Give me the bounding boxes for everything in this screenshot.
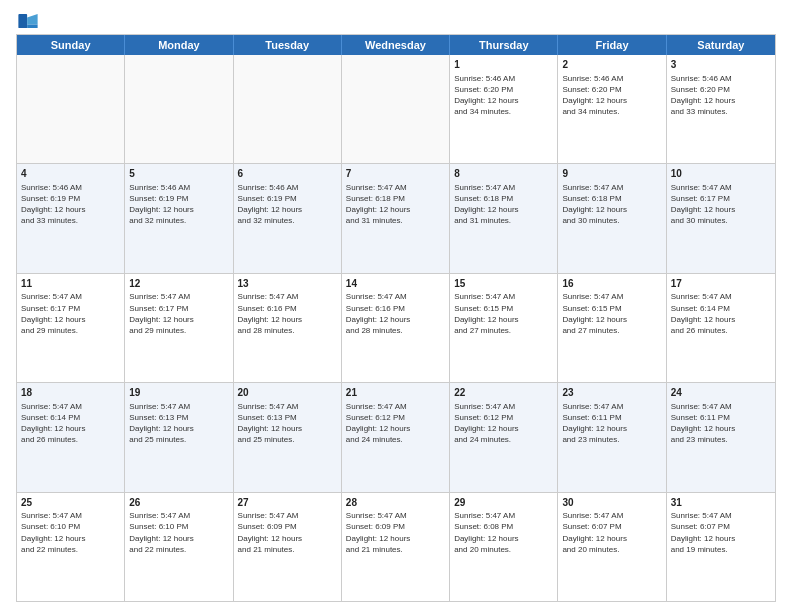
day-number-26: 26 bbox=[129, 496, 228, 510]
day-info-6: Sunrise: 5:46 AM Sunset: 6:19 PM Dayligh… bbox=[238, 182, 337, 227]
day-cell-8: 8Sunrise: 5:47 AM Sunset: 6:18 PM Daylig… bbox=[450, 164, 558, 272]
day-info-18: Sunrise: 5:47 AM Sunset: 6:14 PM Dayligh… bbox=[21, 401, 120, 446]
header-thursday: Thursday bbox=[450, 35, 558, 55]
svg-marker-2 bbox=[27, 25, 38, 29]
week-row-4: 18Sunrise: 5:47 AM Sunset: 6:14 PM Dayli… bbox=[17, 383, 775, 492]
empty-cell-w0-d0 bbox=[17, 55, 125, 163]
day-info-11: Sunrise: 5:47 AM Sunset: 6:17 PM Dayligh… bbox=[21, 291, 120, 336]
day-cell-4: 4Sunrise: 5:46 AM Sunset: 6:19 PM Daylig… bbox=[17, 164, 125, 272]
day-number-2: 2 bbox=[562, 58, 661, 72]
day-cell-30: 30Sunrise: 5:47 AM Sunset: 6:07 PM Dayli… bbox=[558, 493, 666, 601]
day-info-29: Sunrise: 5:47 AM Sunset: 6:08 PM Dayligh… bbox=[454, 510, 553, 555]
week-row-5: 25Sunrise: 5:47 AM Sunset: 6:10 PM Dayli… bbox=[17, 493, 775, 601]
day-number-12: 12 bbox=[129, 277, 228, 291]
day-info-9: Sunrise: 5:47 AM Sunset: 6:18 PM Dayligh… bbox=[562, 182, 661, 227]
day-number-21: 21 bbox=[346, 386, 445, 400]
day-info-2: Sunrise: 5:46 AM Sunset: 6:20 PM Dayligh… bbox=[562, 73, 661, 118]
empty-cell-w0-d3 bbox=[342, 55, 450, 163]
day-cell-9: 9Sunrise: 5:47 AM Sunset: 6:18 PM Daylig… bbox=[558, 164, 666, 272]
day-cell-26: 26Sunrise: 5:47 AM Sunset: 6:10 PM Dayli… bbox=[125, 493, 233, 601]
day-info-24: Sunrise: 5:47 AM Sunset: 6:11 PM Dayligh… bbox=[671, 401, 771, 446]
day-info-22: Sunrise: 5:47 AM Sunset: 6:12 PM Dayligh… bbox=[454, 401, 553, 446]
day-number-25: 25 bbox=[21, 496, 120, 510]
day-cell-15: 15Sunrise: 5:47 AM Sunset: 6:15 PM Dayli… bbox=[450, 274, 558, 382]
day-info-1: Sunrise: 5:46 AM Sunset: 6:20 PM Dayligh… bbox=[454, 73, 553, 118]
day-number-4: 4 bbox=[21, 167, 120, 181]
day-number-28: 28 bbox=[346, 496, 445, 510]
day-cell-6: 6Sunrise: 5:46 AM Sunset: 6:19 PM Daylig… bbox=[234, 164, 342, 272]
day-cell-11: 11Sunrise: 5:47 AM Sunset: 6:17 PM Dayli… bbox=[17, 274, 125, 382]
day-cell-5: 5Sunrise: 5:46 AM Sunset: 6:19 PM Daylig… bbox=[125, 164, 233, 272]
day-info-26: Sunrise: 5:47 AM Sunset: 6:10 PM Dayligh… bbox=[129, 510, 228, 555]
day-cell-17: 17Sunrise: 5:47 AM Sunset: 6:14 PM Dayli… bbox=[667, 274, 775, 382]
day-number-10: 10 bbox=[671, 167, 771, 181]
empty-cell-w0-d2 bbox=[234, 55, 342, 163]
day-cell-29: 29Sunrise: 5:47 AM Sunset: 6:08 PM Dayli… bbox=[450, 493, 558, 601]
logo bbox=[16, 14, 42, 28]
day-number-6: 6 bbox=[238, 167, 337, 181]
empty-cell-w0-d1 bbox=[125, 55, 233, 163]
logo-icon bbox=[18, 14, 38, 28]
day-info-4: Sunrise: 5:46 AM Sunset: 6:19 PM Dayligh… bbox=[21, 182, 120, 227]
day-info-23: Sunrise: 5:47 AM Sunset: 6:11 PM Dayligh… bbox=[562, 401, 661, 446]
day-info-17: Sunrise: 5:47 AM Sunset: 6:14 PM Dayligh… bbox=[671, 291, 771, 336]
day-info-3: Sunrise: 5:46 AM Sunset: 6:20 PM Dayligh… bbox=[671, 73, 771, 118]
day-cell-16: 16Sunrise: 5:47 AM Sunset: 6:15 PM Dayli… bbox=[558, 274, 666, 382]
day-number-13: 13 bbox=[238, 277, 337, 291]
svg-rect-0 bbox=[18, 14, 27, 28]
day-number-22: 22 bbox=[454, 386, 553, 400]
day-cell-19: 19Sunrise: 5:47 AM Sunset: 6:13 PM Dayli… bbox=[125, 383, 233, 491]
day-cell-31: 31Sunrise: 5:47 AM Sunset: 6:07 PM Dayli… bbox=[667, 493, 775, 601]
day-number-8: 8 bbox=[454, 167, 553, 181]
week-row-3: 11Sunrise: 5:47 AM Sunset: 6:17 PM Dayli… bbox=[17, 274, 775, 383]
day-cell-14: 14Sunrise: 5:47 AM Sunset: 6:16 PM Dayli… bbox=[342, 274, 450, 382]
day-info-10: Sunrise: 5:47 AM Sunset: 6:17 PM Dayligh… bbox=[671, 182, 771, 227]
header-monday: Monday bbox=[125, 35, 233, 55]
day-number-15: 15 bbox=[454, 277, 553, 291]
day-number-1: 1 bbox=[454, 58, 553, 72]
header-wednesday: Wednesday bbox=[342, 35, 450, 55]
day-cell-28: 28Sunrise: 5:47 AM Sunset: 6:09 PM Dayli… bbox=[342, 493, 450, 601]
day-cell-23: 23Sunrise: 5:47 AM Sunset: 6:11 PM Dayli… bbox=[558, 383, 666, 491]
day-cell-7: 7Sunrise: 5:47 AM Sunset: 6:18 PM Daylig… bbox=[342, 164, 450, 272]
day-info-13: Sunrise: 5:47 AM Sunset: 6:16 PM Dayligh… bbox=[238, 291, 337, 336]
day-cell-10: 10Sunrise: 5:47 AM Sunset: 6:17 PM Dayli… bbox=[667, 164, 775, 272]
calendar: Sunday Monday Tuesday Wednesday Thursday… bbox=[16, 34, 776, 602]
day-number-3: 3 bbox=[671, 58, 771, 72]
day-number-29: 29 bbox=[454, 496, 553, 510]
day-number-24: 24 bbox=[671, 386, 771, 400]
day-cell-21: 21Sunrise: 5:47 AM Sunset: 6:12 PM Dayli… bbox=[342, 383, 450, 491]
day-info-31: Sunrise: 5:47 AM Sunset: 6:07 PM Dayligh… bbox=[671, 510, 771, 555]
day-info-27: Sunrise: 5:47 AM Sunset: 6:09 PM Dayligh… bbox=[238, 510, 337, 555]
day-number-5: 5 bbox=[129, 167, 228, 181]
day-info-14: Sunrise: 5:47 AM Sunset: 6:16 PM Dayligh… bbox=[346, 291, 445, 336]
day-number-9: 9 bbox=[562, 167, 661, 181]
day-number-18: 18 bbox=[21, 386, 120, 400]
day-cell-1: 1Sunrise: 5:46 AM Sunset: 6:20 PM Daylig… bbox=[450, 55, 558, 163]
week-row-2: 4Sunrise: 5:46 AM Sunset: 6:19 PM Daylig… bbox=[17, 164, 775, 273]
day-number-11: 11 bbox=[21, 277, 120, 291]
svg-marker-1 bbox=[27, 14, 38, 25]
day-info-16: Sunrise: 5:47 AM Sunset: 6:15 PM Dayligh… bbox=[562, 291, 661, 336]
day-cell-24: 24Sunrise: 5:47 AM Sunset: 6:11 PM Dayli… bbox=[667, 383, 775, 491]
day-info-21: Sunrise: 5:47 AM Sunset: 6:12 PM Dayligh… bbox=[346, 401, 445, 446]
header-saturday: Saturday bbox=[667, 35, 775, 55]
day-cell-3: 3Sunrise: 5:46 AM Sunset: 6:20 PM Daylig… bbox=[667, 55, 775, 163]
page: Sunday Monday Tuesday Wednesday Thursday… bbox=[0, 0, 792, 612]
day-cell-18: 18Sunrise: 5:47 AM Sunset: 6:14 PM Dayli… bbox=[17, 383, 125, 491]
day-cell-2: 2Sunrise: 5:46 AM Sunset: 6:20 PM Daylig… bbox=[558, 55, 666, 163]
day-cell-20: 20Sunrise: 5:47 AM Sunset: 6:13 PM Dayli… bbox=[234, 383, 342, 491]
day-number-19: 19 bbox=[129, 386, 228, 400]
day-number-20: 20 bbox=[238, 386, 337, 400]
day-number-27: 27 bbox=[238, 496, 337, 510]
day-number-30: 30 bbox=[562, 496, 661, 510]
day-cell-22: 22Sunrise: 5:47 AM Sunset: 6:12 PM Dayli… bbox=[450, 383, 558, 491]
day-info-5: Sunrise: 5:46 AM Sunset: 6:19 PM Dayligh… bbox=[129, 182, 228, 227]
day-info-30: Sunrise: 5:47 AM Sunset: 6:07 PM Dayligh… bbox=[562, 510, 661, 555]
header bbox=[16, 14, 776, 28]
day-cell-27: 27Sunrise: 5:47 AM Sunset: 6:09 PM Dayli… bbox=[234, 493, 342, 601]
day-number-31: 31 bbox=[671, 496, 771, 510]
day-info-15: Sunrise: 5:47 AM Sunset: 6:15 PM Dayligh… bbox=[454, 291, 553, 336]
day-number-14: 14 bbox=[346, 277, 445, 291]
week-row-1: 1Sunrise: 5:46 AM Sunset: 6:20 PM Daylig… bbox=[17, 55, 775, 164]
